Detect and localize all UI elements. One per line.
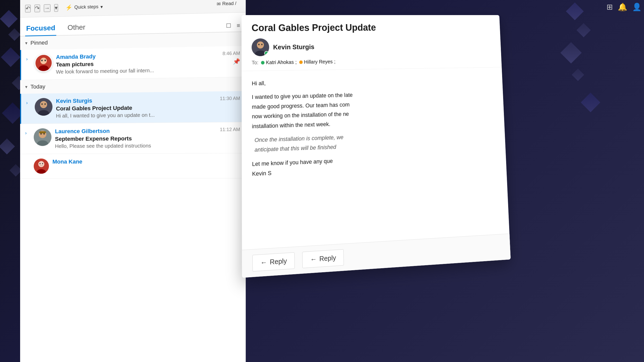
dropdown-button[interactable]: ▾ [54, 4, 58, 12]
svg-point-28 [258, 44, 260, 45]
undo-button[interactable]: ↶ [25, 5, 31, 12]
recipient-1: Katri Ahokas ; [261, 59, 297, 66]
svg-rect-18 [39, 131, 46, 133]
body-greeting: Hi all, [252, 75, 494, 88]
redo-button[interactable]: ↷ [34, 5, 40, 12]
envelope-icon: ✉ [217, 1, 221, 7]
read-label: Read / [222, 1, 236, 7]
detail-avatar [252, 38, 269, 56]
status-indicator [264, 51, 269, 56]
detail-to-row: To: Katri Ahokas ; Hillary Reyes ; [252, 57, 493, 66]
reply-label: Reply [270, 257, 287, 266]
body-blockquote: Once the installation is complete, we an… [252, 128, 497, 155]
expand-button[interactable]: › [25, 130, 30, 136]
svg-point-22 [39, 163, 41, 164]
email-subject: September Expense Reports [55, 135, 216, 142]
today-chevron-icon: ▾ [25, 84, 27, 90]
pin-icon: 📌 [233, 58, 240, 65]
email-preview: We look forward to meeting our fall inte… [56, 67, 219, 75]
top-right-toolbar: ⊞ 🔔 👤 [607, 3, 641, 11]
reply-all-button[interactable]: ← Reply [302, 249, 344, 268]
detail-title: Coral Gables Project Update [252, 22, 491, 33]
quick-steps-label: Quick steps [74, 4, 98, 10]
pinned-section-label: Pinned [30, 39, 48, 46]
sender-name: Mona Kane [52, 158, 240, 165]
svg-point-27 [257, 42, 263, 48]
email-subject: Team pictures [56, 59, 219, 68]
email-time: 11:12 AM [220, 127, 240, 132]
grid-icon[interactable]: ⊞ [607, 3, 613, 11]
sender-name: Kevin Sturgis [56, 96, 216, 104]
svg-point-23 [42, 163, 43, 164]
detail-sender-row: Kevin Sturgis [252, 37, 492, 56]
svg-point-29 [261, 44, 263, 45]
email-item[interactable]: › Amanda Brady Team pictures We look for… [20, 46, 246, 80]
email-meta: 8:46 AM 📌 [222, 51, 240, 65]
pinned-chevron-icon: ▾ [25, 40, 27, 46]
view-toggle-button[interactable]: ☐ [226, 22, 231, 29]
email-time: 11:30 AM [220, 96, 240, 102]
email-preview: Hi all, I wanted to give you an update o… [56, 112, 216, 119]
svg-point-11 [45, 103, 46, 105]
recipient-status-icon [261, 61, 264, 64]
avatar [34, 159, 49, 174]
reply-button[interactable]: ← Reply [252, 252, 295, 272]
tab-focused[interactable]: Focused [25, 21, 56, 36]
body-paragraph-1: I wanted to give you an update on the la… [252, 87, 495, 131]
read-button[interactable]: ✉ Read / [213, 0, 240, 9]
bell-icon[interactable]: 🔔 [618, 3, 627, 11]
email-detail-panel: Coral Gables Project Update Kevin Sturgi… [242, 15, 511, 278]
avatar [34, 128, 51, 146]
email-meta: 11:12 AM [220, 127, 240, 132]
today-section-label: Today [30, 83, 45, 90]
reply-all-icon: ← [310, 255, 317, 264]
email-time: 8:46 AM [222, 51, 240, 57]
email-content: Mona Kane [52, 158, 240, 166]
email-content: Laurence Gilbertson September Expense Re… [55, 127, 216, 149]
reply-all-label: Reply [319, 254, 336, 263]
recipient-separator: ; [295, 59, 297, 65]
recipient-name: Hillary Reyes [304, 59, 333, 65]
quick-steps-dropdown-icon: ▾ [100, 4, 103, 10]
email-preview: Hello, Please see the updated instructio… [55, 143, 216, 149]
to-label: To: [252, 60, 258, 66]
recipient-separator: ; [334, 59, 336, 65]
body-signature: Let me know if you have any que Kevin S [252, 150, 497, 179]
svg-point-20 [38, 161, 44, 167]
expand-button[interactable]: › [26, 56, 31, 62]
email-subject: Coral Gables Project Update [56, 104, 216, 112]
email-item[interactable]: › Mona Kane [20, 153, 246, 178]
reply-icon: ← [260, 258, 267, 267]
sender-name: Laurence Gilbertson [55, 127, 216, 135]
email-body: Hi all, I wanted to give you an update o… [242, 67, 507, 192]
svg-point-10 [42, 103, 43, 105]
recipient-status-icon [299, 60, 303, 64]
email-content: Kevin Sturgis Coral Gables Project Updat… [56, 96, 216, 119]
lightning-icon: ⚡ [65, 4, 72, 11]
filter-button[interactable]: ≡ [237, 22, 240, 29]
email-meta: 11:30 AM [220, 96, 240, 102]
quick-steps-button[interactable]: ⚡ Quick steps ▾ [62, 2, 106, 13]
tab-other[interactable]: Other [66, 20, 86, 35]
avatar [35, 98, 52, 116]
forward-button[interactable]: → [44, 4, 50, 12]
email-item[interactable]: › Kevin Sturgis Coral Gables Project Upd… [20, 91, 246, 124]
detail-sender-name: Kevin Sturgis [273, 43, 314, 51]
email-list-panel: ↶ ↷ → ▾ ⚡ Quick steps ▾ ✉ Read / Focused… [20, 0, 246, 362]
email-item[interactable]: › Laurence Gilbertson September Expense … [20, 122, 246, 154]
recipient-2: Hillary Reyes ; [299, 59, 336, 65]
person-icon[interactable]: 👤 [632, 3, 641, 11]
email-content: Amanda Brady Team pictures We look forwa… [56, 51, 219, 75]
expand-button[interactable]: › [26, 100, 31, 106]
tab-icons: ☐ ≡ [226, 22, 240, 32]
avatar [35, 54, 52, 72]
recipient-name: Katri Ahokas [266, 59, 294, 66]
detail-header: Coral Gables Project Update Kevin Sturgi… [242, 15, 502, 71]
